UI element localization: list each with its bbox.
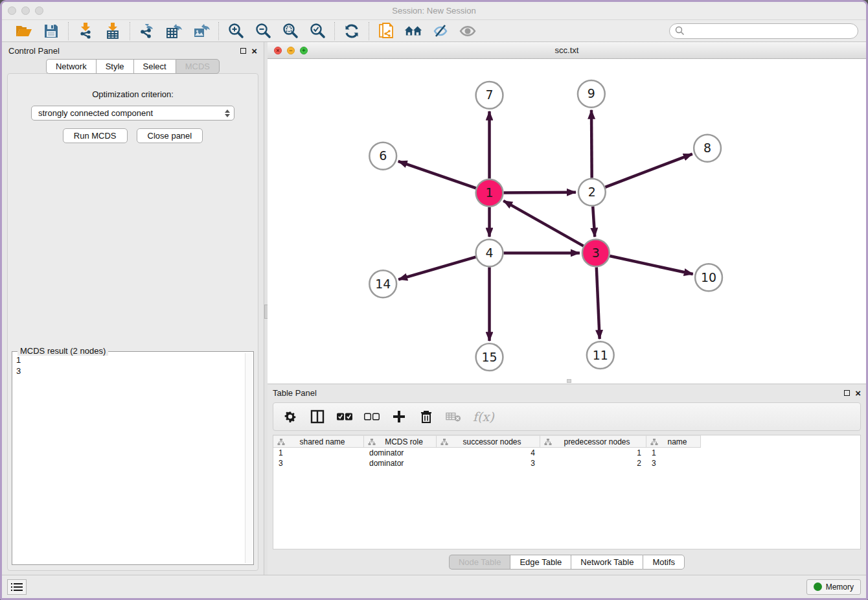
graph-node-14[interactable]: 14 (369, 270, 396, 297)
table-tab-motifs[interactable]: Motifs (643, 555, 685, 570)
network-graph[interactable]: 7968124314101511 (268, 59, 866, 384)
graph-node-15[interactable]: 15 (476, 343, 503, 371)
close-table-panel-icon[interactable]: × (855, 388, 861, 398)
graph-edge-3-10[interactable] (610, 256, 693, 274)
table-cell: 2 (540, 458, 646, 468)
settings-gear-icon[interactable] (282, 409, 298, 424)
graph-node-1[interactable]: 1 (476, 179, 503, 207)
graph-node-3[interactable]: 3 (582, 239, 610, 266)
control-panel-title: Control Panel (8, 46, 60, 56)
table-toolbar: f(x) (273, 402, 861, 431)
task-list-icon (11, 583, 23, 592)
float-table-panel-icon[interactable] (844, 390, 850, 396)
zoom-selected-icon[interactable] (308, 23, 326, 40)
show-all-icon[interactable] (459, 23, 477, 40)
column-header-successor-nodes[interactable]: successor nodes (437, 435, 540, 448)
canvas-grip[interactable] (567, 379, 571, 383)
table-tab-node-table[interactable]: Node Table (449, 555, 510, 570)
table-header-row: shared nameMCDS rolesuccessor nodesprede… (273, 435, 860, 448)
export-network-icon[interactable] (138, 23, 156, 40)
graph-edge-2-3[interactable] (593, 207, 595, 237)
svg-text:15: 15 (481, 350, 497, 364)
task-history-button[interactable] (7, 579, 27, 595)
show-columns-icon[interactable] (310, 409, 325, 424)
graph-node-6[interactable]: 6 (369, 143, 396, 170)
search-area (669, 23, 858, 39)
delete-table-icon[interactable] (446, 409, 461, 424)
delete-column-icon[interactable] (418, 409, 434, 424)
graph-edge-1-6[interactable] (398, 161, 476, 189)
svg-text:6: 6 (379, 148, 387, 163)
table-cell: 1 (273, 448, 364, 458)
main-toolbar (2, 20, 866, 42)
deselect-all-columns-icon[interactable] (364, 409, 380, 424)
float-panel-icon[interactable] (240, 48, 246, 54)
tab-mcds[interactable]: MCDS (176, 59, 220, 74)
network-view-window: × − + scc.txt 7968124314101511 (268, 42, 866, 384)
new-network-from-selection-icon[interactable] (377, 23, 395, 40)
select-all-columns-icon[interactable] (337, 409, 352, 424)
criterion-dropdown[interactable]: strongly connected component (31, 106, 234, 121)
column-type-icon (544, 438, 552, 446)
hide-selected-icon[interactable] (431, 23, 450, 40)
first-neighbors-icon[interactable] (404, 23, 422, 40)
graph-edge-2-9[interactable] (591, 110, 592, 178)
network-minimize-button[interactable]: − (287, 47, 295, 54)
network-canvas[interactable]: 7968124314101511 (268, 59, 866, 384)
zoom-fit-icon[interactable] (281, 23, 299, 40)
tab-select[interactable]: Select (133, 59, 176, 74)
table-tab-edge-table[interactable]: Edge Table (510, 555, 571, 570)
status-bar: Memory (2, 575, 866, 598)
zoom-window-button[interactable] (35, 6, 43, 15)
graph-node-9[interactable]: 9 (578, 80, 605, 108)
column-type-icon (440, 438, 448, 446)
mcds-result-text[interactable]: 1 3 (16, 354, 244, 563)
graph-edge-4-14[interactable] (398, 257, 475, 280)
save-session-icon[interactable] (42, 23, 60, 40)
tab-style[interactable]: Style (96, 59, 133, 74)
graph-edge-3-11[interactable] (597, 267, 600, 339)
graph-node-8[interactable]: 8 (694, 135, 721, 162)
column-header-predecessor-nodes[interactable]: predecessor nodes (540, 435, 646, 448)
graph-edge-2-8[interactable] (605, 154, 692, 187)
search-input[interactable] (669, 23, 858, 39)
zoom-in-icon[interactable] (227, 23, 245, 40)
export-table-icon[interactable] (165, 23, 183, 40)
run-mcds-button[interactable]: Run MCDS (63, 128, 128, 143)
criterion-dropdown-value: strongly connected component (38, 108, 225, 118)
close-window-button[interactable] (8, 6, 16, 15)
result-scrollbar[interactable] (245, 353, 252, 563)
graph-node-7[interactable]: 7 (476, 82, 503, 109)
graph-node-10[interactable]: 10 (695, 264, 722, 291)
refresh-icon[interactable] (343, 23, 361, 40)
control-panel-tabs: NetworkStyleSelectMCDS (2, 59, 264, 74)
import-table-icon[interactable] (104, 23, 122, 40)
graph-edge-1-2[interactable] (503, 192, 576, 193)
table-cell: 3 (437, 458, 540, 468)
graph-node-11[interactable]: 11 (587, 341, 614, 369)
export-image-icon[interactable] (192, 23, 211, 40)
column-header-MCDS-role[interactable]: MCDS role (364, 435, 437, 448)
network-maximize-button[interactable]: + (300, 47, 308, 54)
node-table: shared nameMCDS rolesuccessor nodesprede… (273, 435, 861, 549)
minimize-window-button[interactable] (21, 6, 30, 15)
network-close-button[interactable]: × (274, 47, 282, 54)
memory-button[interactable]: Memory (806, 579, 861, 595)
function-builder-icon[interactable]: f(x) (473, 410, 494, 424)
tab-network[interactable]: Network (46, 59, 96, 74)
import-network-icon[interactable] (76, 23, 95, 40)
table-tab-network-table[interactable]: Network Table (571, 555, 643, 570)
search-text-field[interactable] (689, 27, 852, 36)
column-header-name[interactable]: name (646, 435, 701, 448)
column-header-shared-name[interactable]: shared name (273, 435, 364, 448)
graph-edge-3-1[interactable] (503, 201, 584, 246)
close-panel-icon[interactable]: × (251, 46, 257, 56)
open-session-icon[interactable] (15, 23, 33, 40)
close-panel-button[interactable]: Close panel (137, 128, 203, 143)
add-column-icon[interactable] (391, 409, 407, 424)
graph-node-2[interactable]: 2 (578, 179, 606, 206)
zoom-out-icon[interactable] (254, 23, 272, 40)
table-row[interactable]: 1dominator411 (273, 448, 860, 458)
graph-node-4[interactable]: 4 (476, 239, 503, 266)
table-row[interactable]: 3dominator323 (273, 458, 860, 468)
